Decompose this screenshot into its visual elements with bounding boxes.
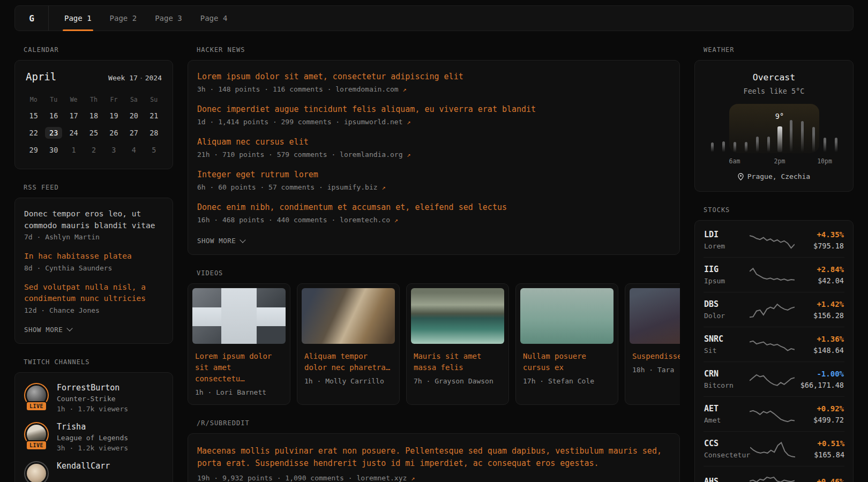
hackernews-item-title[interactable]: Lorem ipsum dolor sit amet, consectetur … xyxy=(197,72,670,81)
hackernews-item[interactable]: Donec imperdiet augue tincidunt felis al… xyxy=(197,104,670,126)
calendar-week: Week 17 xyxy=(108,74,138,82)
stock-change: +4.35% xyxy=(795,230,844,239)
hackernews-section: HACKER NEWS Lorem ipsum dolor sit amet, … xyxy=(188,46,680,255)
video-thumbnail[interactable] xyxy=(302,288,395,344)
video-card[interactable]: Aliquam tempor dolor nec pharetra… 1h · … xyxy=(297,283,400,405)
show-more-label: SHOW MORE xyxy=(24,326,63,334)
calendar-day[interactable]: 21 xyxy=(144,108,164,124)
rss-item-title[interactable]: Donec tempor eros leo, ut commodo mauris… xyxy=(24,208,163,231)
stock-row[interactable]: AET Amet +0.92% $499.72 xyxy=(704,396,844,431)
stock-row[interactable]: CCS Consectetur +0.51% $165.84 xyxy=(704,431,844,466)
stock-row[interactable]: SNRC Sit +1.36% $148.64 xyxy=(704,327,844,362)
calendar-day[interactable]: 27 xyxy=(124,125,144,141)
calendar-day[interactable]: 1 xyxy=(64,142,84,158)
video-thumbnail[interactable] xyxy=(411,288,504,344)
external-link-icon[interactable]: ↗ xyxy=(394,216,398,224)
calendar-day[interactable]: 17 xyxy=(64,108,84,124)
hackernews-item-title[interactable]: Aliquam nec cursus elit xyxy=(197,137,670,147)
rss-item[interactable]: Donec tempor eros leo, ut commodo mauris… xyxy=(24,208,163,241)
calendar-day[interactable]: 22 xyxy=(24,125,43,141)
twitch-channel-name[interactable]: KendallCarr xyxy=(57,461,110,471)
external-link-icon[interactable]: ↗ xyxy=(403,86,407,93)
video-card[interactable]: Mauris sit amet massa felis 7h · Grayson… xyxy=(406,283,509,405)
rss-item-title[interactable]: In hac habitasse platea xyxy=(24,251,163,262)
page-tab[interactable]: Page 2 xyxy=(101,6,146,31)
hackernews-item[interactable]: Aliquam nec cursus elit 21h · 710 points… xyxy=(197,137,670,159)
twitch-channel-item[interactable]: LIVE ForrestBurton Counter-Strike 1h · 1… xyxy=(24,383,163,413)
rss-item[interactable]: In hac habitasse platea 8d · Cynthia Sau… xyxy=(24,251,163,272)
external-link-icon[interactable]: ↗ xyxy=(411,475,415,482)
video-title[interactable]: Nullam posuere cursus ex xyxy=(523,351,611,373)
calendar-day[interactable]: 28 xyxy=(144,125,164,141)
hackernews-item[interactable]: Donec enim nibh, condimentum et accumsan… xyxy=(197,202,670,224)
twitch-channel-name[interactable]: ForrestBurton xyxy=(57,383,128,393)
twitch-avatar-wrap: LIVE xyxy=(24,383,49,408)
app-logo[interactable]: G xyxy=(15,6,49,31)
weather-hour-slot xyxy=(797,112,808,152)
video-thumbnail[interactable] xyxy=(192,288,286,344)
weather-hour-slot xyxy=(740,112,752,152)
video-card[interactable]: Nullam posuere cursus ex 17h · Stefan Co… xyxy=(515,283,618,405)
weather-hour-slot xyxy=(718,112,729,152)
rss-item[interactable]: Sed volutpat nulla nisl, a condimentum n… xyxy=(24,282,163,314)
page-tab[interactable]: Page 4 xyxy=(191,6,237,31)
weather-bar xyxy=(824,138,826,152)
video-title[interactable]: Mauris sit amet massa felis xyxy=(414,351,502,373)
external-link-icon[interactable]: ↗ xyxy=(381,184,385,191)
weather-bar xyxy=(734,142,736,152)
video-card[interactable]: Lorem ipsum dolor sit amet consectetu… 1… xyxy=(188,283,290,405)
external-link-icon[interactable]: ↗ xyxy=(407,118,410,126)
hackernews-show-more-button[interactable]: SHOW MORE xyxy=(197,237,245,245)
hackernews-item[interactable]: Lorem ipsum dolor sit amet, consectetur … xyxy=(197,72,670,93)
current-temp-label: 9° xyxy=(775,112,784,120)
twitch-channel-item[interactable]: LIVE Trisha League of Legends 3h · 1.2k … xyxy=(24,422,163,452)
calendar-day[interactable]: 26 xyxy=(104,125,124,141)
video-title[interactable]: Suspendisse diam xyxy=(632,351,680,362)
page-tab-label: Page 3 xyxy=(155,14,182,22)
calendar-day[interactable]: 3 xyxy=(104,142,124,158)
hackernews-item-title[interactable]: Integer eget rutrum lorem xyxy=(197,170,670,179)
page-tab-label: Page 2 xyxy=(110,14,137,22)
twitch-channel-meta: 3h · 1.2k viewers xyxy=(57,444,128,452)
calendar-day[interactable]: 16 xyxy=(43,108,63,124)
rss-show-more-button[interactable]: SHOW MORE xyxy=(24,326,72,334)
rss-item-title[interactable]: Sed volutpat nulla nisl, a condimentum n… xyxy=(24,282,163,305)
hackernews-item[interactable]: Integer eget rutrum lorem 6h · 60 points… xyxy=(197,170,670,191)
subreddit-post-title[interactable]: Maecenas mollis pulvinar erat non posuer… xyxy=(197,445,670,470)
stock-row[interactable]: DBS Dolor +1.42% $156.28 xyxy=(704,292,844,327)
calendar-day[interactable]: 24 xyxy=(64,125,84,141)
stock-row[interactable]: IIG Ipsum +2.84% $42.04 xyxy=(704,257,844,292)
page-tab[interactable]: Page 1 xyxy=(55,6,101,31)
hackernews-item-title[interactable]: Donec enim nibh, condimentum et accumsan… xyxy=(197,202,670,212)
calendar-day[interactable]: 19 xyxy=(104,108,124,124)
weather-hour-label: 2pm xyxy=(774,157,785,165)
stock-row[interactable]: LDI Lorem +4.35% $795.18 xyxy=(704,223,844,257)
calendar-day[interactable]: 2 xyxy=(84,142,103,158)
calendar-day[interactable]: 15 xyxy=(24,108,43,124)
twitch-channel-name[interactable]: Trisha xyxy=(57,422,128,432)
video-title[interactable]: Aliquam tempor dolor nec pharetra… xyxy=(304,351,392,373)
calendar-day[interactable]: 4 xyxy=(124,142,144,158)
hackernews-item-title[interactable]: Donec imperdiet augue tincidunt felis al… xyxy=(197,104,670,114)
subreddit-post[interactable]: Maecenas mollis pulvinar erat non posuer… xyxy=(197,445,670,482)
video-card[interactable]: Suspendisse diam 18h · Tara xyxy=(625,283,680,405)
calendar-day[interactable]: 23 xyxy=(43,125,63,141)
video-title[interactable]: Lorem ipsum dolor sit amet consectetu… xyxy=(195,351,283,385)
video-meta: 7h · Grayson Dawson xyxy=(414,377,502,385)
external-link-icon[interactable]: ↗ xyxy=(407,151,410,159)
calendar-widget: April Week 17·2024 MoTuWeThFrSaSu 151617… xyxy=(14,60,173,169)
rss-item-meta: 12d · Chance Jones xyxy=(24,306,163,314)
calendar-day[interactable]: 20 xyxy=(124,108,144,124)
stock-row[interactable]: AHS +0.46% xyxy=(704,466,844,482)
video-thumbnail[interactable] xyxy=(630,288,680,344)
calendar-day[interactable]: 29 xyxy=(24,142,43,158)
calendar-day[interactable]: 30 xyxy=(43,142,63,158)
page-tab[interactable]: Page 3 xyxy=(146,6,191,31)
twitch-channel-item[interactable]: KendallCarr xyxy=(24,461,163,482)
calendar-day[interactable]: 18 xyxy=(84,108,103,124)
stock-row[interactable]: CRN Bitcorn -1.00% $66,171.48 xyxy=(704,362,844,396)
weather-feels-like: Feels like 5°C xyxy=(704,87,844,95)
video-thumbnail[interactable] xyxy=(520,288,613,344)
calendar-day[interactable]: 5 xyxy=(144,142,164,158)
calendar-day[interactable]: 25 xyxy=(84,125,103,141)
